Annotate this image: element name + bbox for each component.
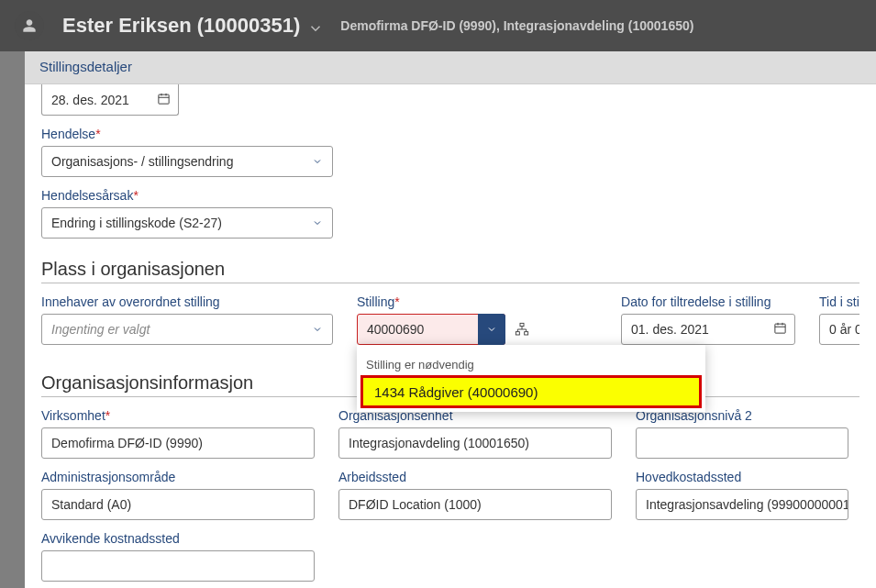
svg-rect-6 xyxy=(525,332,528,335)
page-subtitle: Demofirma DFØ-ID (9990), Integrasjonavde… xyxy=(340,18,693,33)
hovedkost-input[interactable]: Integrasjonsavdeling (99900000001100) xyxy=(636,489,848,520)
svg-rect-4 xyxy=(520,323,524,326)
hovedkost-field: Hovedkostadssted Integrasjonsavdeling (9… xyxy=(636,470,848,520)
tid-field: Tid i sti 0 år 0 xyxy=(819,294,859,345)
tid-value: 0 år 0 xyxy=(829,322,859,337)
stilling-input[interactable]: 40000690 xyxy=(357,314,505,345)
tid-input[interactable]: 0 år 0 xyxy=(819,314,859,345)
modal-header: Stillingsdetaljer xyxy=(25,51,876,84)
hovedkost-label: Hovedkostadssted xyxy=(636,470,848,484)
start-date-value: 28. des. 2021 xyxy=(51,93,129,107)
virksomhet-field: Virksomhet* Demofirma DFØ-ID (9990) xyxy=(41,408,315,459)
page-header: Ester Eriksen (10000351) Demofirma DFØ-I… xyxy=(0,0,876,51)
hendelsesarsak-value: Endring i stillingskode (S2-27) xyxy=(51,216,222,230)
hendelse-field: Hendelse* Organisasjons- / stillingsendr… xyxy=(41,127,859,177)
avvikende-label: Avvikende kostnadssted xyxy=(41,531,315,546)
section-plass: Plass i organisasjonen xyxy=(41,259,859,283)
svg-rect-5 xyxy=(516,332,519,335)
hendelsesarsak-select[interactable]: Endring i stillingskode (S2-27) xyxy=(41,207,333,239)
hovedkost-value: Integrasjonsavdeling (99900000001100) xyxy=(646,497,848,512)
adminomrade-input[interactable]: Standard (A0) xyxy=(41,489,315,520)
hendelse-select[interactable]: Organisasjons- / stillingsendring xyxy=(41,146,333,177)
virksomhet-input[interactable]: Demofirma DFØ-ID (9990) xyxy=(41,427,315,459)
adminomrade-label: Administrasjonsområde xyxy=(41,470,315,484)
tid-label: Tid i sti xyxy=(819,294,859,309)
title-dropdown[interactable] xyxy=(307,20,324,37)
hendelse-value: Organisasjons- / stillingsendring xyxy=(51,154,233,169)
tiltredelse-value: 01. des. 2021 xyxy=(631,322,709,337)
avvikende-input[interactable] xyxy=(41,550,315,582)
avatar[interactable] xyxy=(15,11,44,40)
tiltredelse-input[interactable]: 01. des. 2021 xyxy=(621,314,795,345)
modal-dialog: Stillingsdetaljer 28. des. 2021 Hendelse… xyxy=(25,51,876,588)
hendelsesarsak-field: Hendelsesårsak* Endring i stillingskode … xyxy=(41,188,859,239)
virksomhet-value: Demofirma DFØ-ID (9990) xyxy=(51,436,203,450)
innehaver-placeholder: Ingenting er valgt xyxy=(51,322,150,337)
orgenhet-input[interactable]: Integrasjonavdeling (10001650) xyxy=(338,427,612,459)
orgenhet-field: Organisasjonsenhet Integrasjonavdeling (… xyxy=(338,408,612,459)
calendar-icon[interactable] xyxy=(157,92,171,108)
adminomrade-field: Administrasjonsområde Standard (A0) xyxy=(41,470,315,520)
arbeidssted-field: Arbeidssted DFØID Location (1000) xyxy=(338,470,612,520)
virksomhet-label: Virksomhet* xyxy=(41,408,315,423)
hendelsesarsak-label: Hendelsesårsak* xyxy=(41,188,859,203)
innehaver-label: Innehaver av overordnet stilling xyxy=(41,294,333,309)
start-date-field[interactable]: 28. des. 2021 xyxy=(41,84,179,116)
orgenhet-value: Integrasjonavdeling (10001650) xyxy=(349,436,529,450)
org-hierarchy-icon[interactable] xyxy=(515,322,529,337)
stilling-value: 40000690 xyxy=(367,322,424,337)
stilling-error-text: Stilling er nødvendig xyxy=(366,358,705,372)
arbeidssted-label: Arbeidssted xyxy=(338,470,612,484)
calendar-icon[interactable] xyxy=(773,321,787,338)
avvikende-field: Avvikende kostnadssted xyxy=(41,531,315,582)
hendelse-label: Hendelse* xyxy=(41,127,859,141)
tiltredelse-label: Dato for tiltredelse i stilling xyxy=(621,294,795,309)
stilling-dropdown: Stilling er nødvendig 1434 Rådgiver (400… xyxy=(357,345,705,412)
arbeidssted-input[interactable]: DFØID Location (1000) xyxy=(338,489,612,520)
stilling-field: Stilling* 40000690 Stilling er nødvendig xyxy=(357,294,597,345)
page-title: Ester Eriksen (10000351) xyxy=(62,14,300,38)
orgniva2-input[interactable] xyxy=(636,427,848,459)
innehaver-select[interactable]: Ingenting er valgt xyxy=(41,314,333,345)
chevron-down-icon xyxy=(303,147,332,176)
arbeidssted-value: DFØID Location (1000) xyxy=(349,497,482,512)
chevron-down-icon xyxy=(303,208,332,238)
modal-title: Stillingsdetaljer xyxy=(39,59,861,74)
stilling-option[interactable]: 1434 Rådgiver (40000690) xyxy=(360,375,702,408)
stilling-dropdown-button[interactable] xyxy=(478,314,505,345)
stilling-label: Stilling* xyxy=(357,294,597,309)
svg-rect-0 xyxy=(159,94,169,104)
chevron-down-icon xyxy=(303,315,332,344)
tiltredelse-field: Dato for tiltredelse i stilling 01. des.… xyxy=(621,294,795,345)
innehaver-field: Innehaver av overordnet stilling Ingenti… xyxy=(41,294,333,345)
orgniva2-field: Organisasjonsnivå 2 xyxy=(636,408,848,459)
adminomrade-value: Standard (A0) xyxy=(51,497,131,512)
svg-rect-11 xyxy=(775,324,785,333)
